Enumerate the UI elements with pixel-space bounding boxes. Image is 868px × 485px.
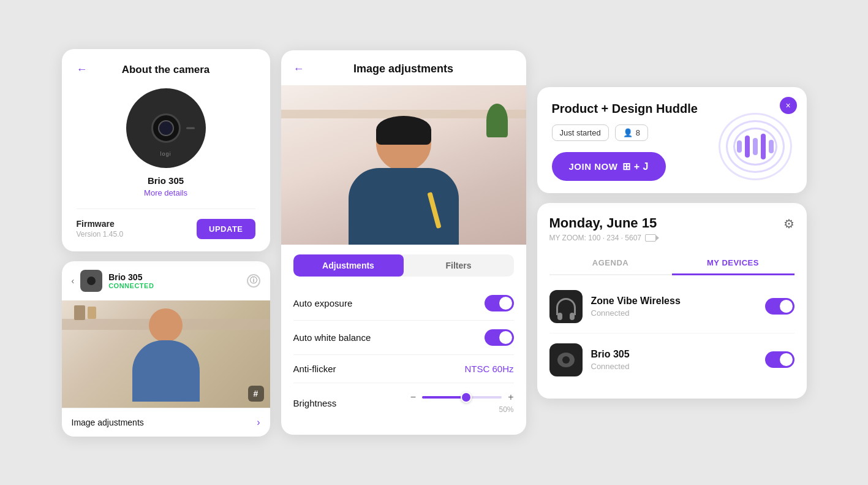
- about-camera-header: ← About the camera: [77, 64, 255, 76]
- left-column: ← About the camera logi Brio 305 More de…: [62, 49, 270, 437]
- auto-exposure-label: Auto exposure: [293, 298, 353, 308]
- webcam-person-item: [427, 192, 441, 229]
- camera-device-name: Brio 305: [77, 175, 255, 186]
- headphones-device-icon: [549, 290, 583, 323]
- anti-flicker-label: Anti-flicker: [293, 364, 336, 374]
- device-item-headphones: Zone Vibe Wireless Connected: [549, 280, 794, 334]
- zone-vibe-toggle[interactable]: [765, 298, 794, 315]
- tab-my-devices[interactable]: MY DEVICES: [672, 252, 794, 275]
- headphone-shape-icon: [556, 298, 576, 315]
- about-camera-back-button[interactable]: ←: [77, 63, 88, 76]
- brightness-slider-track[interactable]: [422, 396, 502, 399]
- zone-vibe-details: Zone Vibe Wireless Connected: [591, 296, 757, 318]
- webcam-preview: [281, 85, 526, 245]
- auto-white-balance-row: Auto white balance: [293, 321, 514, 355]
- brightness-slider-fill: [422, 396, 466, 399]
- brightness-slider-thumb[interactable]: [461, 392, 472, 403]
- about-camera-title: About the camera: [122, 64, 210, 76]
- wave-visualization: [719, 110, 792, 183]
- brio-thumbnail-icon: [80, 270, 102, 292]
- image-adjustments-card: ← Image adjustments Adjustments Filters: [281, 50, 526, 435]
- brio-thumb-inner: [87, 277, 96, 285]
- preview-person: [126, 304, 206, 408]
- auto-exposure-toggle[interactable]: [485, 295, 514, 311]
- firmware-row: Firmware Version 1.45.0 UPDATE: [77, 208, 255, 239]
- brio-device-info: Brio 305 CONNECTED: [108, 272, 240, 289]
- webcam-person-head: [376, 116, 431, 171]
- tab-filters[interactable]: Filters: [404, 254, 514, 277]
- anti-flicker-value[interactable]: NTSC 60Hz: [464, 364, 513, 374]
- person-body: [132, 340, 200, 402]
- firmware-label: Firmware: [77, 219, 124, 229]
- brio-live-card: ‹ Brio 305 CONNECTED ⓘ # Image adjus: [62, 261, 270, 437]
- auto-exposure-row: Auto exposure: [293, 286, 514, 321]
- brio-device-list-status: Connected: [591, 362, 757, 371]
- brio-device-list-name: Brio 305: [591, 349, 757, 360]
- meeting-close-button[interactable]: ×: [780, 97, 797, 114]
- update-firmware-button[interactable]: UPDATE: [197, 219, 255, 239]
- camera-image-container: logi: [77, 88, 255, 168]
- calendar-date: Monday, June 15: [549, 215, 657, 231]
- tab-adjustments[interactable]: Adjustments: [293, 254, 404, 277]
- hash-overlay-icon: #: [248, 386, 264, 402]
- device-item-camera: Brio 305 Connected: [549, 334, 794, 386]
- brightness-percentage: 50%: [499, 405, 513, 414]
- preview-background-item2: [88, 307, 96, 319]
- firmware-version: Version 1.45.0: [77, 230, 124, 239]
- tab-agenda[interactable]: AGENDA: [549, 252, 672, 275]
- meeting-people-count: 👤 8: [615, 124, 648, 141]
- more-details-link[interactable]: More details: [77, 188, 255, 197]
- brio-device-toggle[interactable]: [765, 351, 794, 368]
- auto-white-balance-label: Auto white balance: [293, 332, 371, 343]
- join-btn-label: JOIN NOW: [569, 161, 618, 172]
- calendar-settings-button[interactable]: ⚙: [783, 216, 794, 231]
- adjustments-tabs: Adjustments Filters: [293, 254, 514, 277]
- brio-back-button[interactable]: ‹: [72, 276, 75, 286]
- middle-column: ← Image adjustments Adjustments Filters: [281, 50, 526, 435]
- brightness-control: − + 50%: [410, 392, 514, 414]
- meeting-title: Product + Design Huddle: [552, 102, 723, 116]
- brightness-increase-button[interactable]: +: [508, 392, 513, 403]
- zone-vibe-name: Zone Vibe Wireless: [591, 296, 757, 307]
- meeting-count-value: 8: [636, 128, 640, 137]
- device-tabs-row: AGENDA MY DEVICES: [549, 252, 794, 275]
- image-adj-footer[interactable]: Image adjustments ›: [62, 408, 270, 437]
- brightness-row: Brightness − + 50%: [293, 383, 514, 422]
- camera-dash-detail: [186, 127, 195, 129]
- camera-brand-label: logi: [160, 151, 171, 157]
- auto-white-balance-toggle[interactable]: [485, 329, 514, 346]
- brio-video-preview: #: [62, 300, 270, 408]
- webcam-person-bang: [376, 137, 431, 145]
- calendar-devices-card: Monday, June 15 MY ZOOM: 100 · 234 · 560…: [537, 203, 807, 399]
- image-adj-title: Image adjustments: [353, 63, 453, 75]
- brio-connection-status: CONNECTED: [108, 282, 240, 289]
- brightness-decrease-button[interactable]: −: [410, 392, 416, 403]
- person-head: [149, 308, 183, 342]
- zone-vibe-status: Connected: [591, 308, 757, 318]
- adjustments-list: Auto exposure Auto white balance Anti-fl…: [281, 286, 526, 435]
- people-icon: 👤: [623, 128, 633, 137]
- meeting-card: × Product + Design Huddle Just started 👤…: [537, 87, 807, 193]
- right-column: × Product + Design Huddle Just started 👤…: [537, 87, 807, 399]
- camera-circle-image: logi: [126, 88, 206, 168]
- zoom-info-text: MY ZOOM: 100 · 234 · 5607: [549, 234, 642, 242]
- join-shortcut-label: ⊞ + J: [622, 161, 649, 172]
- image-adj-chevron-icon: ›: [257, 417, 260, 428]
- brightness-label: Brightness: [293, 398, 337, 408]
- brio-info-button[interactable]: ⓘ: [247, 274, 260, 288]
- join-meeting-button[interactable]: JOIN NOW ⊞ + J: [552, 152, 666, 181]
- brio-device-name: Brio 305: [108, 272, 240, 282]
- calendar-header: Monday, June 15 MY ZOOM: 100 · 234 · 560…: [537, 203, 807, 242]
- preview-background-item1: [74, 305, 85, 320]
- webcam-person: [349, 110, 459, 245]
- meeting-status-badge: Just started: [552, 124, 609, 141]
- camera-lens-icon: [151, 113, 181, 143]
- about-camera-card: ← About the camera logi Brio 305 More de…: [62, 49, 270, 251]
- calendar-header-left: Monday, June 15 MY ZOOM: 100 · 234 · 560…: [549, 215, 657, 242]
- image-adj-footer-label: Image adjustments: [72, 418, 144, 427]
- camera-device-icon: [549, 343, 583, 376]
- zoom-info: MY ZOOM: 100 · 234 · 5607: [549, 234, 657, 242]
- anti-flicker-row: Anti-flicker NTSC 60Hz: [293, 355, 514, 383]
- webcam-bg-plant: [486, 104, 508, 137]
- image-adj-back-button[interactable]: ←: [293, 63, 304, 75]
